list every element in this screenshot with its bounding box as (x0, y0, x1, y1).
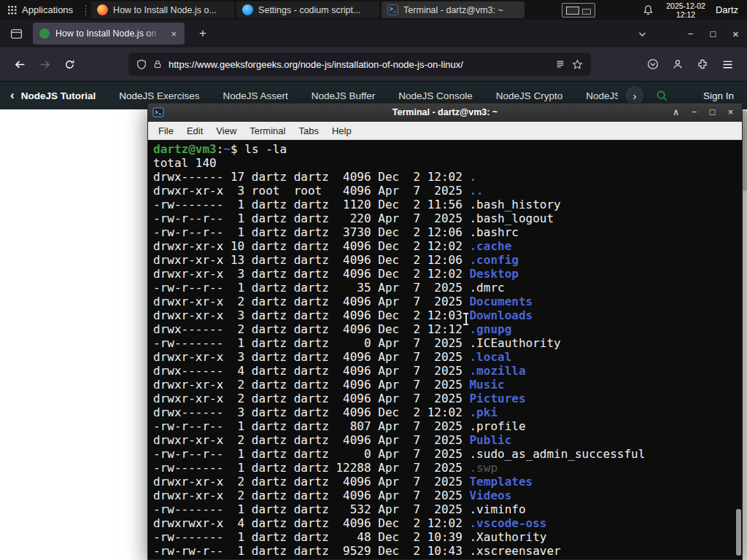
panel-handle (84, 4, 88, 16)
terminal-menu-item[interactable]: File (152, 122, 180, 140)
site-nav-item[interactable]: NodeJS Buffer (311, 90, 376, 101)
terminal-menu-item[interactable]: Edit (180, 122, 209, 140)
new-tab-button[interactable]: + (193, 26, 212, 41)
list-all-tabs-button[interactable] (638, 29, 647, 39)
site-nav-item[interactable]: NodeJS Exercises (119, 90, 199, 101)
terminal-text-segment: drwxr-xr-x 2 dartz dartz 4096 Apr 7 2025 (153, 295, 469, 308)
terminal-text-segment: .swp (469, 461, 498, 475)
terminal-line: drwxr-xr-x 2 dartz dartz 4096 Apr 7 2025… (153, 295, 742, 308)
terminal-text-segment: .. (469, 184, 483, 198)
extensions-button[interactable] (690, 58, 715, 70)
account-button[interactable] (665, 58, 690, 70)
terminal-line: total 140 (153, 156, 742, 170)
panel-user-label: Dartz (716, 4, 738, 15)
firefox-view-button[interactable] (10, 28, 23, 40)
tracking-protection-shield-icon[interactable] (136, 59, 147, 70)
window-close-button[interactable]: × (724, 28, 747, 40)
terminal-text-segment: .local (469, 350, 511, 364)
page-scrollbar[interactable] (742, 109, 747, 560)
window-maximize-button[interactable]: □ (702, 28, 724, 39)
terminal-text-segment: -rw-r--r-- 1 dartz dartz 3730 Dec 2 12:0… (153, 225, 519, 239)
terminal-menu-item[interactable]: View (209, 122, 243, 140)
terminal-content[interactable]: dartz@vm3:~$ ls -latotal 140drwx------ 1… (148, 140, 742, 559)
panel-date: 2025-12-02 (666, 1, 705, 10)
terminal-text-segment: drwxr-xr-x 2 dartz dartz 4096 Apr 7 2025 (153, 378, 469, 392)
terminal-text-segment: drwxr-xr-x 3 dartz dartz 4096 Dec 2 12:0… (153, 267, 469, 281)
url-bar[interactable]: https://www.geeksforgeeks.org/node-js/in… (128, 52, 591, 76)
notifications-button[interactable] (638, 4, 657, 16)
terminal-line: -rw-r--r-- 1 dartz dartz 0 Apr 7 2025 .s… (153, 447, 742, 461)
terminal-menu-item[interactable]: Terminal (243, 122, 292, 140)
panel-clock[interactable]: 2025-12-02 12:12 (666, 1, 705, 19)
tab-close-button[interactable]: × (169, 28, 178, 39)
bell-icon (643, 4, 654, 16)
terminal-line: drwxr-xr-x 2 dartz dartz 4096 Apr 7 2025… (153, 475, 742, 489)
terminal-menu-item[interactable]: Tabs (292, 122, 325, 140)
terminal-line: -rw------- 1 dartz dartz 0 Apr 7 2025 .I… (153, 336, 742, 350)
terminal-text-segment: drwx------ 4 dartz dartz 4096 Apr 7 2025 (153, 364, 469, 378)
applications-menu-button[interactable]: Applications (0, 0, 80, 20)
taskbar-button-terminal[interactable]: Terminal - dartz@vm3: ~ (382, 1, 525, 18)
taskbar-button-label: Settings - codium script... (258, 5, 360, 15)
terminal-output[interactable]: dartz@vm3:~$ ls -latotal 140drwx------ 1… (153, 142, 742, 558)
workspace-window-thumb (566, 7, 579, 15)
terminal-text-segment: -rw-r--r-- 1 dartz dartz 807 Apr 7 2025 … (153, 419, 526, 433)
site-nav-item[interactable]: NodeJS Crypto (496, 90, 563, 101)
pocket-button[interactable] (640, 58, 665, 70)
forward-button[interactable] (32, 58, 57, 71)
terminal-menu-item[interactable]: Help (325, 122, 358, 140)
terminal-line: -rw------- 1 dartz dartz 532 Apr 7 2025 … (153, 502, 742, 516)
url-text[interactable]: https://www.geeksforgeeks.org/node-js/in… (169, 59, 549, 70)
site-nav-item[interactable]: NodeJS Assert (222, 90, 287, 101)
taskbar-button-firefox[interactable]: How to Install Node.js o... (91, 1, 234, 18)
terminal-text-segment: drwxr-xr-x 10 dartz dartz 4096 Dec 2 12:… (153, 239, 469, 253)
terminal-text-segment: drwx------ 2 dartz dartz 4096 Dec 2 12:1… (153, 322, 469, 336)
terminal-text-segment: .pki (469, 405, 498, 419)
site-nav-item-tutorial[interactable]: NodeJS Tutorial (21, 90, 96, 101)
bookmark-star-icon[interactable] (572, 59, 583, 70)
terminal-text-segment: Music (469, 378, 504, 392)
sign-in-button[interactable]: Sign In (703, 90, 734, 101)
terminal-text-segment: . (469, 170, 476, 184)
reload-button[interactable] (57, 59, 82, 70)
terminal-text-segment: drwxr-xr-x 3 root root 4096 Apr 7 2025 (153, 184, 469, 198)
lock-icon[interactable] (153, 59, 162, 69)
terminal-line: drwxr-xr-x 2 dartz dartz 4096 Apr 7 2025… (153, 378, 742, 392)
terminal-text-segment: Pictures (469, 392, 525, 405)
terminal-line: dartz@vm3:~$ ls -la (153, 142, 742, 156)
terminal-maximize-button[interactable]: □ (703, 104, 721, 122)
terminal-text-segment: drwxr-xr-x 2 dartz dartz 4096 Apr 7 2025 (153, 475, 469, 489)
nav-scroll-left-button[interactable]: ‹ (10, 88, 15, 103)
puzzle-icon (697, 58, 708, 70)
terminal-text-segment: drwx------ 3 dartz dartz 4096 Dec 2 12:0… (153, 405, 469, 419)
hamburger-menu-icon (722, 60, 733, 69)
terminal-close-button[interactable]: × (721, 104, 740, 122)
terminal-text-segment: drwx------ 17 dartz dartz 4096 Dec 2 12:… (153, 170, 469, 184)
taskbar-button-codium[interactable]: Settings - codium script... (236, 1, 379, 18)
terminal-shade-button[interactable]: ∧ (667, 104, 685, 122)
pocket-icon (647, 58, 659, 70)
browser-tab[interactable]: How to Install Node.js on × (33, 23, 185, 44)
forward-arrow-icon (39, 58, 51, 71)
terminal-titlebar[interactable]: Terminal - dartz@vm3: ~ ∧ − □ × (148, 104, 742, 122)
terminal-text-segment: .vscode-oss (469, 516, 546, 530)
terminal-text-segment: drwxr-xr-x 2 dartz dartz 4096 Apr 7 2025 (153, 433, 469, 447)
workspace-switcher[interactable] (562, 3, 595, 18)
menu-button[interactable] (715, 60, 740, 69)
terminal-scrollbar-thumb[interactable] (736, 509, 741, 556)
back-button[interactable] (7, 58, 32, 71)
reload-icon (64, 59, 75, 70)
search-button[interactable] (656, 90, 668, 102)
reader-view-icon[interactable] (555, 59, 565, 69)
terminal-icon (387, 4, 398, 15)
tab-title: How to Install Node.js on (55, 28, 163, 39)
site-nav-item[interactable]: NodeJS Console (398, 90, 472, 101)
applications-label: Applications (22, 4, 73, 15)
window-minimize-button[interactable]: − (679, 28, 702, 39)
page-scrollbar-thumb[interactable] (742, 111, 747, 191)
back-arrow-icon (14, 58, 26, 71)
terminal-scrollbar[interactable] (736, 140, 741, 559)
terminal-text-segment: Public (469, 433, 511, 447)
terminal-minimize-button[interactable]: − (685, 104, 703, 122)
terminal-line: drwxr-xr-x 3 dartz dartz 4096 Dec 2 12:0… (153, 267, 742, 281)
